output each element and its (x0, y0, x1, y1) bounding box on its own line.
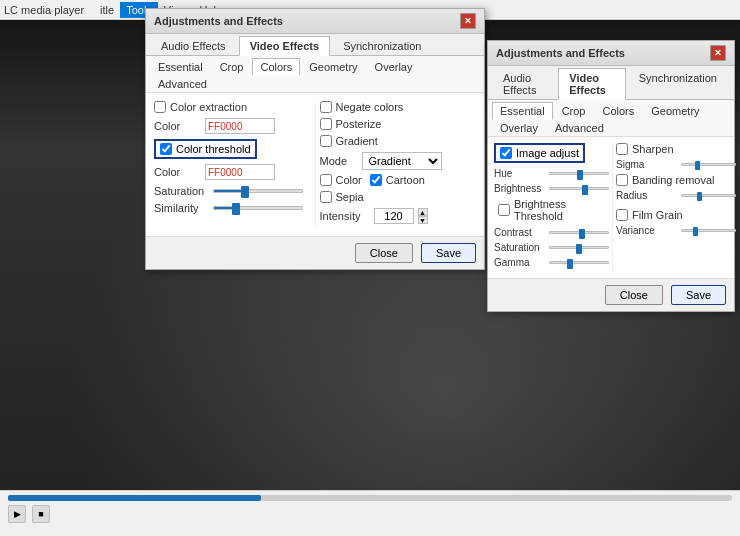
dup-saturation-label: Saturation (494, 242, 546, 253)
brightness-thumb[interactable] (582, 185, 588, 195)
brightness-threshold-row: Brightness Threshold (494, 198, 609, 222)
similarity-row: Similarity (154, 202, 311, 214)
main-close-button[interactable]: Close (355, 243, 413, 263)
sub-tab-crop[interactable]: Crop (212, 58, 252, 75)
color-extraction-checkbox[interactable] (154, 101, 166, 113)
saturation-track[interactable] (213, 189, 303, 193)
contrast-row: Contrast (494, 227, 609, 238)
sub-tab-geometry[interactable]: Geometry (301, 58, 365, 75)
sub-tab-colors[interactable]: Colors (252, 58, 300, 76)
dup-saturation-track[interactable] (549, 246, 609, 249)
radius-track[interactable] (681, 194, 736, 197)
contrast-thumb[interactable] (579, 229, 585, 239)
dup-close-button[interactable]: Close (605, 285, 663, 305)
main-dialog-close-icon[interactable]: ✕ (460, 13, 476, 29)
banding-removal-label[interactable]: Banding removal (616, 174, 715, 186)
banding-removal-checkbox[interactable] (616, 174, 628, 186)
film-grain-label[interactable]: Film Grain (616, 209, 683, 221)
main-tab-bar: Audio Effects Video Effects Synchronizat… (146, 34, 484, 56)
dup-saturation-thumb[interactable] (576, 244, 582, 254)
hue-thumb[interactable] (577, 170, 583, 180)
brightness-threshold-label[interactable]: Brightness Threshold (498, 198, 609, 222)
color-check-label[interactable]: Color (320, 174, 362, 186)
gamma-label: Gamma (494, 257, 546, 268)
main-dialog: Adjustments and Effects ✕ Audio Effects … (145, 8, 485, 270)
saturation-thumb[interactable] (241, 186, 249, 198)
negate-label[interactable]: Negate colors (320, 101, 404, 113)
dup-tab-bar: Audio Effects Video Effects Synchronizat… (488, 66, 734, 100)
stop-button[interactable]: ■ (32, 505, 50, 523)
progress-bar[interactable] (8, 495, 732, 501)
radius-row: Radius (616, 190, 736, 201)
menu-item-title[interactable]: itle (94, 2, 120, 18)
tab-audio-effects[interactable]: Audio Effects (150, 36, 237, 55)
radius-thumb[interactable] (697, 192, 702, 201)
color-extraction-label[interactable]: Color extraction (154, 101, 247, 113)
dup-sub-tab-geometry[interactable]: Geometry (643, 102, 707, 119)
dup-save-button[interactable]: Save (671, 285, 726, 305)
color-check-checkbox[interactable] (320, 174, 332, 186)
sepia-checkbox[interactable] (320, 191, 332, 203)
sub-tab-advanced[interactable]: Advanced (150, 75, 215, 92)
variance-thumb[interactable] (693, 227, 698, 236)
play-button[interactable]: ▶ (8, 505, 26, 523)
contrast-track[interactable] (549, 231, 609, 234)
color2-input[interactable]: FF0000 (205, 164, 275, 180)
posterize-label[interactable]: Posterize (320, 118, 382, 130)
main-dialog-body: Color extraction Color FF0000 Color thre… (146, 93, 484, 236)
main-save-button[interactable]: Save (421, 243, 476, 263)
film-grain-checkbox[interactable] (616, 209, 628, 221)
sepia-label[interactable]: Sepia (320, 191, 364, 203)
intensity-label: Intensity (320, 210, 370, 222)
cartoon-check-label[interactable]: Cartoon (370, 174, 425, 186)
hue-track[interactable] (549, 172, 609, 175)
cartoon-checkbox[interactable] (370, 174, 382, 186)
variance-track[interactable] (681, 229, 736, 232)
posterize-checkbox[interactable] (320, 118, 332, 130)
saturation-fill (214, 190, 245, 192)
dup-saturation-row: Saturation (494, 242, 609, 253)
sharpen-label[interactable]: Sharpen (616, 143, 674, 155)
tab-video-effects[interactable]: Video Effects (239, 36, 331, 56)
gamma-track[interactable] (549, 261, 609, 264)
sigma-thumb[interactable] (695, 161, 700, 170)
dup-sub-tab-crop[interactable]: Crop (554, 102, 594, 119)
intensity-down[interactable]: ▼ (418, 216, 428, 224)
saturation-label: Saturation (154, 185, 209, 197)
brightness-track[interactable] (549, 187, 609, 190)
sigma-track[interactable] (681, 163, 736, 166)
sub-tab-overlay[interactable]: Overlay (367, 58, 421, 75)
intensity-row: Intensity 120 ▲ ▼ (320, 208, 477, 224)
mode-select[interactable]: Gradient (362, 152, 442, 170)
dup-sub-tab-advanced[interactable]: Advanced (547, 119, 612, 136)
dup-dialog-titlebar: Adjustments and Effects ✕ (488, 41, 734, 66)
similarity-thumb[interactable] (232, 203, 240, 215)
gamma-thumb[interactable] (567, 259, 573, 269)
color-threshold-checkbox[interactable] (160, 143, 172, 155)
color2-row: Color FF0000 (154, 164, 311, 180)
gradient-label[interactable]: Gradient (320, 135, 378, 147)
similarity-track[interactable] (213, 206, 303, 210)
dup-columns: Image adjust Hue Brightness (494, 143, 728, 272)
sharpen-checkbox[interactable] (616, 143, 628, 155)
color-cartoon-row: Color Cartoon (320, 174, 477, 186)
image-adjust-row: Image adjust (494, 143, 609, 163)
negate-checkbox[interactable] (320, 101, 332, 113)
dup-dialog-close-icon[interactable]: ✕ (710, 45, 726, 61)
image-adjust-checkbox[interactable] (500, 147, 512, 159)
dup-sub-tab-colors[interactable]: Colors (594, 102, 642, 119)
dup-tab-audio[interactable]: Audio Effects (492, 68, 556, 99)
dup-tab-video[interactable]: Video Effects (558, 68, 625, 100)
color1-row: Color FF0000 (154, 118, 311, 134)
dup-sub-tab-overlay[interactable]: Overlay (492, 119, 546, 136)
gradient-checkbox[interactable] (320, 135, 332, 147)
intensity-input[interactable]: 120 (374, 208, 414, 224)
image-adjust-bordered: Image adjust (494, 143, 585, 163)
sub-tab-essential[interactable]: Essential (150, 58, 211, 75)
dup-tab-sync[interactable]: Synchronization (628, 68, 728, 99)
tab-synchronization[interactable]: Synchronization (332, 36, 432, 55)
intensity-up[interactable]: ▲ (418, 208, 428, 216)
brightness-threshold-checkbox[interactable] (498, 204, 510, 216)
color1-input[interactable]: FF0000 (205, 118, 275, 134)
dup-sub-tab-essential[interactable]: Essential (492, 102, 553, 120)
